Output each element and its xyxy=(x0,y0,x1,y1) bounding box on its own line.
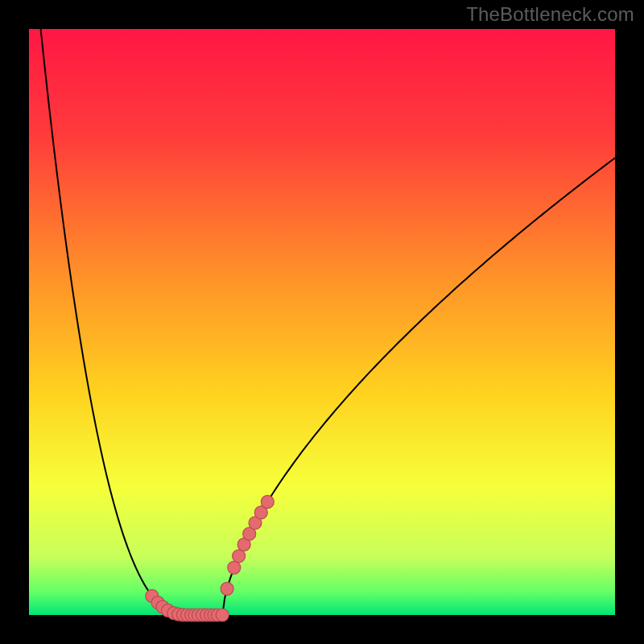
sample-marker xyxy=(261,495,274,508)
sample-marker xyxy=(228,561,241,574)
bottleneck-curve-chart xyxy=(0,0,644,644)
plot-area xyxy=(29,29,615,615)
sample-marker xyxy=(216,609,229,621)
chart-container: TheBottleneck.com xyxy=(0,0,644,644)
watermark-label: TheBottleneck.com xyxy=(466,3,634,26)
sample-marker xyxy=(221,582,233,595)
sample-marker xyxy=(233,550,246,563)
